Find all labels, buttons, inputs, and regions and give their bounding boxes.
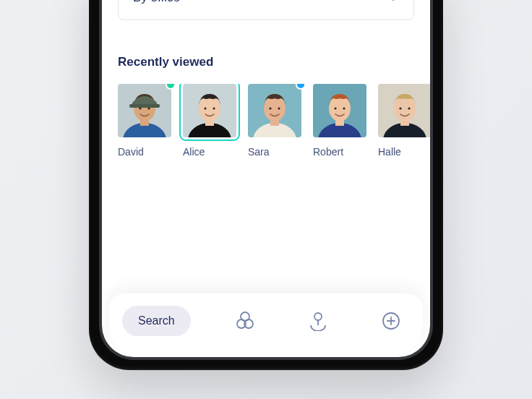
- svg-point-23: [334, 107, 336, 109]
- person-card[interactable]: Halle: [378, 84, 430, 158]
- circles-icon: [234, 311, 256, 331]
- svg-point-16: [264, 95, 286, 121]
- svg-point-22: [329, 95, 351, 121]
- phone-frame: By office Recently viewed David: [89, 0, 443, 370]
- svg-point-18: [278, 107, 280, 109]
- bottom-nav: Search: [109, 293, 423, 357]
- plus-circle-icon: [381, 311, 401, 331]
- avatar: [183, 84, 236, 137]
- avatar: [118, 84, 171, 137]
- status-dot: [297, 84, 304, 88]
- svg-point-10: [199, 95, 220, 121]
- nav-search-button[interactable]: Search: [122, 306, 191, 336]
- content-area: By office Recently viewed David: [102, 0, 430, 357]
- filter-card: By office: [118, 0, 414, 20]
- screen: By office Recently viewed David: [102, 0, 430, 357]
- person-card[interactable]: Robert: [313, 84, 366, 158]
- svg-point-17: [269, 107, 271, 109]
- svg-point-29: [399, 107, 401, 109]
- recently-viewed-list[interactable]: David Alice Sara: [118, 84, 430, 158]
- avatar-image: [313, 84, 366, 137]
- svg-rect-4: [129, 104, 160, 108]
- person-name: David: [118, 146, 171, 158]
- svg-point-5: [139, 107, 141, 109]
- nav-profile-button[interactable]: [299, 305, 337, 337]
- filter-row-by-office[interactable]: By office: [119, 0, 413, 20]
- person-name: Sara: [248, 146, 301, 158]
- avatar: [378, 84, 430, 137]
- avatar-image: [248, 84, 301, 137]
- svg-point-24: [343, 107, 345, 109]
- avatar-image: [118, 84, 171, 137]
- avatar: [313, 84, 366, 137]
- nav-search-label: Search: [138, 314, 175, 327]
- person-card[interactable]: Alice: [183, 84, 236, 158]
- avatar: [248, 84, 301, 137]
- person-name: Robert: [313, 146, 366, 158]
- svg-point-34: [314, 313, 322, 320]
- phone-inner-bezel: By office Recently viewed David: [99, 0, 433, 360]
- svg-point-12: [213, 107, 215, 109]
- person-name: Alice: [183, 146, 236, 158]
- svg-point-6: [147, 107, 150, 109]
- filter-label-by-office: By office: [133, 0, 180, 5]
- recently-viewed-title: Recently viewed: [118, 55, 414, 69]
- nav-groups-button[interactable]: [226, 305, 264, 337]
- avatar-image: [378, 84, 430, 137]
- person-icon: [308, 311, 328, 331]
- svg-point-11: [204, 107, 206, 109]
- svg-point-30: [408, 107, 410, 109]
- status-dot: [167, 84, 174, 88]
- nav-add-button[interactable]: [372, 305, 410, 337]
- person-card[interactable]: Sara: [248, 84, 301, 158]
- svg-point-28: [394, 95, 416, 121]
- person-card[interactable]: David: [118, 84, 171, 158]
- person-name: Halle: [378, 146, 430, 158]
- chevron-right-icon: [392, 0, 399, 4]
- avatar-image: [183, 84, 236, 137]
